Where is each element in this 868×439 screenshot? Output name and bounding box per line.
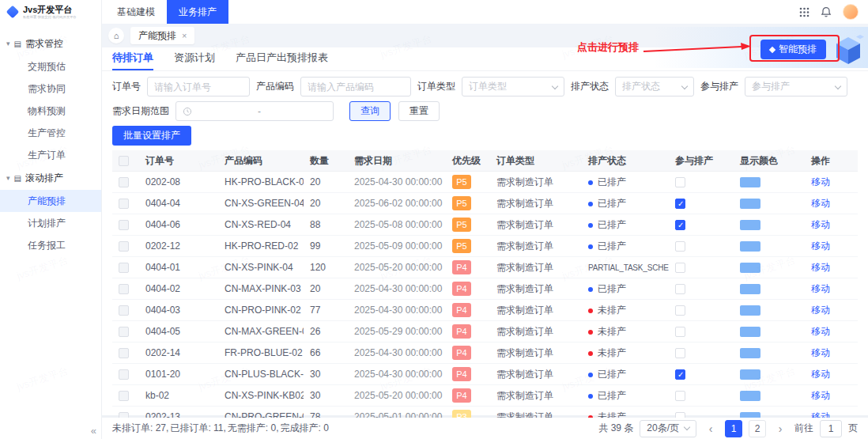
row-checkbox[interactable] bbox=[119, 177, 129, 187]
status-cell: 已排产 bbox=[582, 236, 669, 257]
display-color-swatch bbox=[740, 305, 760, 316]
sidebar-item-task-report[interactable]: 任务报工 bbox=[0, 234, 101, 256]
home-icon[interactable]: ⌂ bbox=[108, 28, 124, 44]
product-code-cell: CN-MAX-PINK-03 bbox=[218, 278, 304, 300]
topbar-actions bbox=[799, 4, 868, 20]
row-checkbox[interactable] bbox=[119, 199, 129, 209]
page-size-select[interactable]: 20条/页 bbox=[640, 420, 696, 437]
participate-checkbox[interactable] bbox=[675, 348, 685, 358]
status-cell: 已排产 bbox=[582, 214, 669, 236]
sidebar-item-delivery-estimate[interactable]: 交期预估 bbox=[0, 55, 101, 78]
open-tab-label: 产能预排 bbox=[138, 29, 176, 43]
status-dot bbox=[588, 394, 593, 399]
demand-date-cell: 2025-05-20 00:00:00 bbox=[348, 257, 446, 278]
sidebar-collapse-button[interactable]: « bbox=[91, 425, 96, 437]
apps-grid-icon[interactable] bbox=[799, 7, 810, 17]
participate-checkbox[interactable] bbox=[675, 199, 685, 209]
open-tab-capacity-preschedule[interactable]: 产能预排 × bbox=[130, 27, 194, 44]
move-link[interactable]: 移动 bbox=[811, 390, 830, 401]
qty-cell: 20 bbox=[304, 278, 348, 300]
table-header-row: 订单号 产品编码 数量 需求日期 优先级 订单类型 排产状态 参与排产 显示颜色… bbox=[112, 150, 858, 172]
participate-checkbox[interactable] bbox=[675, 177, 685, 187]
notification-bell-icon[interactable] bbox=[821, 6, 832, 17]
participate-checkbox[interactable] bbox=[675, 284, 685, 294]
sidebar-item-production-control[interactable]: 生产管控 bbox=[0, 122, 101, 144]
batch-set-schedule-button[interactable]: 批量设置排产 bbox=[112, 126, 191, 146]
participate-select[interactable]: 参与排产 bbox=[745, 77, 847, 97]
status-cell: 未排产 bbox=[582, 342, 669, 364]
sidebar-item-production-order[interactable]: 生产订单 bbox=[0, 144, 101, 166]
participate-checkbox[interactable] bbox=[675, 327, 685, 337]
reset-button[interactable]: 重置 bbox=[398, 101, 440, 121]
order-type-cell: 需求制造订单 bbox=[490, 321, 582, 342]
participate-checkbox[interactable] bbox=[675, 369, 685, 380]
sidebar-group-rolling-schedule[interactable]: ▾ ▤ 滚动排产 bbox=[0, 166, 101, 190]
move-link[interactable]: 移动 bbox=[811, 326, 830, 337]
row-checkbox[interactable] bbox=[119, 327, 129, 337]
participate-checkbox[interactable] bbox=[675, 241, 685, 252]
col-header-demand-date: 需求日期 bbox=[348, 150, 446, 172]
caret-down-icon: ▾ bbox=[6, 40, 10, 47]
status-cell: 已排产 bbox=[582, 193, 669, 214]
sidebar-item-capacity-preschedule[interactable]: 产能预排 bbox=[0, 190, 101, 212]
move-link[interactable]: 移动 bbox=[811, 219, 830, 230]
move-link[interactable]: 移动 bbox=[811, 369, 830, 380]
move-link[interactable]: 移动 bbox=[811, 283, 830, 294]
row-checkbox[interactable] bbox=[119, 391, 129, 401]
page-button-2[interactable]: 2 bbox=[749, 420, 766, 437]
move-link[interactable]: 移动 bbox=[811, 262, 830, 273]
tab-resource-plan[interactable]: 资源计划 bbox=[174, 47, 215, 70]
smart-preschedule-button[interactable]: 智能预排 bbox=[760, 40, 826, 59]
table-row: 0202-08 HK-PRO-BLACK-02 20 2025-04-30 00… bbox=[112, 172, 858, 193]
move-link[interactable]: 移动 bbox=[811, 305, 830, 316]
caret-down-icon: ▾ bbox=[6, 174, 10, 182]
col-header-actions: 操作 bbox=[805, 150, 858, 172]
chevron-down-icon bbox=[684, 424, 690, 430]
sidebar-group-demand-control[interactable]: ▾ ▤ 需求管控 bbox=[0, 32, 101, 55]
date-range-input[interactable]: - bbox=[175, 101, 334, 121]
query-button[interactable]: 查询 bbox=[349, 101, 391, 121]
move-link[interactable]: 移动 bbox=[811, 240, 830, 252]
row-checkbox[interactable] bbox=[119, 369, 129, 380]
participate-checkbox[interactable] bbox=[675, 305, 685, 316]
status-text: 已排产 bbox=[598, 369, 626, 380]
row-checkbox[interactable] bbox=[119, 284, 129, 294]
close-tab-icon[interactable]: × bbox=[182, 31, 187, 40]
row-checkbox[interactable] bbox=[119, 220, 129, 230]
product-code-input[interactable] bbox=[300, 77, 411, 97]
sidebar-item-plan-schedule[interactable]: 计划排产 bbox=[0, 212, 101, 234]
status-dot bbox=[588, 373, 593, 377]
status-dot bbox=[588, 202, 593, 206]
top-tab-business-scheduling[interactable]: 业务排产 bbox=[167, 0, 228, 24]
schedule-status-select[interactable]: 排产状态 bbox=[615, 77, 694, 97]
tab-pending-orders[interactable]: 待排订单 bbox=[112, 47, 153, 70]
row-checkbox[interactable] bbox=[119, 263, 129, 273]
move-link[interactable]: 移动 bbox=[811, 176, 830, 187]
next-page-button[interactable]: › bbox=[772, 420, 788, 437]
priority-badge: P4 bbox=[452, 282, 471, 296]
table-row: 0101-20 CN-PLUS-BLACK-01 30 2025-04-30 0… bbox=[112, 364, 858, 385]
row-checkbox[interactable] bbox=[119, 348, 129, 358]
prev-page-button[interactable]: ‹ bbox=[703, 420, 719, 437]
sidebar-item-demand-collaboration[interactable]: 需求协同 bbox=[0, 78, 101, 100]
goto-page-input[interactable] bbox=[820, 420, 842, 437]
tab-strip: ⌂ 产能预排 × bbox=[102, 24, 868, 47]
col-header-schedule-status: 排产状态 bbox=[582, 150, 669, 172]
move-link[interactable]: 移动 bbox=[811, 347, 830, 358]
row-checkbox[interactable] bbox=[119, 241, 129, 252]
participate-checkbox[interactable] bbox=[675, 263, 685, 273]
move-link[interactable]: 移动 bbox=[811, 198, 830, 209]
sidebar-item-material-forecast[interactable]: 物料预测 bbox=[0, 100, 101, 122]
status-cell: 已排产 bbox=[582, 385, 669, 407]
participate-checkbox[interactable] bbox=[675, 391, 685, 401]
top-tab-basic-modeling[interactable]: 基础建模 bbox=[105, 0, 167, 24]
order-no-input[interactable] bbox=[147, 77, 250, 97]
page-button-1[interactable]: 1 bbox=[725, 420, 742, 437]
user-avatar[interactable] bbox=[843, 4, 859, 20]
order-type-select[interactable]: 订单类型 bbox=[462, 77, 564, 97]
tab-daily-output-report[interactable]: 产品日产出预排报表 bbox=[236, 47, 328, 70]
select-all-checkbox[interactable] bbox=[119, 156, 129, 166]
row-checkbox[interactable] bbox=[119, 305, 129, 316]
status-text: 已排产 bbox=[598, 198, 626, 209]
participate-checkbox[interactable] bbox=[675, 220, 685, 230]
